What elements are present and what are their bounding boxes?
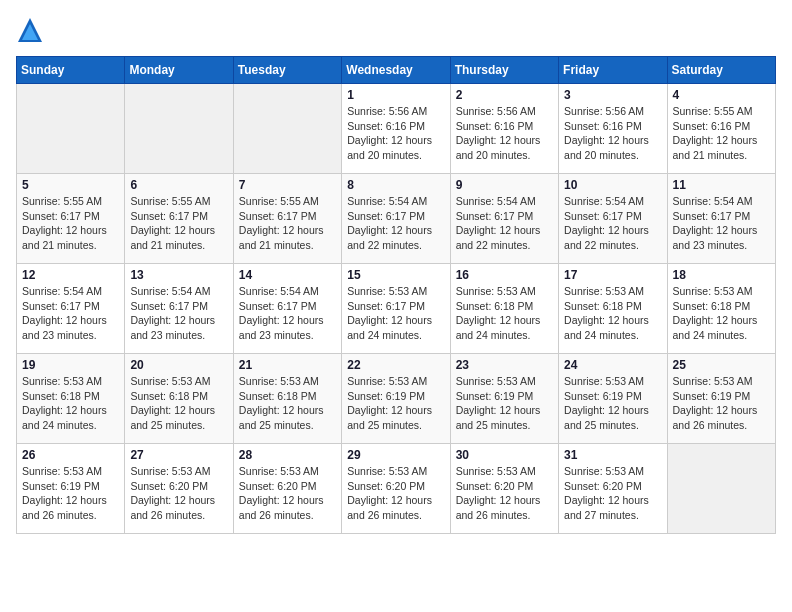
calendar-cell: 7Sunrise: 5:55 AM Sunset: 6:17 PM Daylig…: [233, 174, 341, 264]
calendar-cell: 6Sunrise: 5:55 AM Sunset: 6:17 PM Daylig…: [125, 174, 233, 264]
calendar-cell: 1Sunrise: 5:56 AM Sunset: 6:16 PM Daylig…: [342, 84, 450, 174]
logo-icon: [16, 16, 44, 44]
calendar-cell: 14Sunrise: 5:54 AM Sunset: 6:17 PM Dayli…: [233, 264, 341, 354]
day-detail: Sunrise: 5:53 AM Sunset: 6:18 PM Dayligh…: [130, 374, 227, 433]
calendar-week-5: 26Sunrise: 5:53 AM Sunset: 6:19 PM Dayli…: [17, 444, 776, 534]
calendar-cell: [17, 84, 125, 174]
calendar-week-3: 12Sunrise: 5:54 AM Sunset: 6:17 PM Dayli…: [17, 264, 776, 354]
calendar-cell: 26Sunrise: 5:53 AM Sunset: 6:19 PM Dayli…: [17, 444, 125, 534]
day-detail: Sunrise: 5:54 AM Sunset: 6:17 PM Dayligh…: [130, 284, 227, 343]
calendar-cell: 16Sunrise: 5:53 AM Sunset: 6:18 PM Dayli…: [450, 264, 558, 354]
calendar-cell: 10Sunrise: 5:54 AM Sunset: 6:17 PM Dayli…: [559, 174, 667, 264]
day-header-friday: Friday: [559, 57, 667, 84]
day-number: 14: [239, 268, 336, 282]
day-detail: Sunrise: 5:53 AM Sunset: 6:17 PM Dayligh…: [347, 284, 444, 343]
day-detail: Sunrise: 5:55 AM Sunset: 6:16 PM Dayligh…: [673, 104, 770, 163]
calendar-header: SundayMondayTuesdayWednesdayThursdayFrid…: [17, 57, 776, 84]
day-detail: Sunrise: 5:55 AM Sunset: 6:17 PM Dayligh…: [239, 194, 336, 253]
calendar-body: 1Sunrise: 5:56 AM Sunset: 6:16 PM Daylig…: [17, 84, 776, 534]
day-number: 9: [456, 178, 553, 192]
day-detail: Sunrise: 5:53 AM Sunset: 6:18 PM Dayligh…: [564, 284, 661, 343]
calendar-cell: 12Sunrise: 5:54 AM Sunset: 6:17 PM Dayli…: [17, 264, 125, 354]
calendar-cell: 18Sunrise: 5:53 AM Sunset: 6:18 PM Dayli…: [667, 264, 775, 354]
calendar-cell: 11Sunrise: 5:54 AM Sunset: 6:17 PM Dayli…: [667, 174, 775, 264]
day-number: 8: [347, 178, 444, 192]
days-header-row: SundayMondayTuesdayWednesdayThursdayFrid…: [17, 57, 776, 84]
day-detail: Sunrise: 5:53 AM Sunset: 6:20 PM Dayligh…: [456, 464, 553, 523]
calendar-week-4: 19Sunrise: 5:53 AM Sunset: 6:18 PM Dayli…: [17, 354, 776, 444]
day-number: 4: [673, 88, 770, 102]
calendar-cell: 9Sunrise: 5:54 AM Sunset: 6:17 PM Daylig…: [450, 174, 558, 264]
day-detail: Sunrise: 5:53 AM Sunset: 6:19 PM Dayligh…: [347, 374, 444, 433]
calendar-cell: [233, 84, 341, 174]
calendar-cell: 4Sunrise: 5:55 AM Sunset: 6:16 PM Daylig…: [667, 84, 775, 174]
calendar-cell: [125, 84, 233, 174]
day-number: 16: [456, 268, 553, 282]
day-detail: Sunrise: 5:54 AM Sunset: 6:17 PM Dayligh…: [564, 194, 661, 253]
day-number: 20: [130, 358, 227, 372]
day-detail: Sunrise: 5:54 AM Sunset: 6:17 PM Dayligh…: [347, 194, 444, 253]
day-number: 3: [564, 88, 661, 102]
calendar-cell: 29Sunrise: 5:53 AM Sunset: 6:20 PM Dayli…: [342, 444, 450, 534]
day-number: 22: [347, 358, 444, 372]
day-detail: Sunrise: 5:54 AM Sunset: 6:17 PM Dayligh…: [239, 284, 336, 343]
calendar-cell: 5Sunrise: 5:55 AM Sunset: 6:17 PM Daylig…: [17, 174, 125, 264]
calendar-cell: 22Sunrise: 5:53 AM Sunset: 6:19 PM Dayli…: [342, 354, 450, 444]
day-number: 19: [22, 358, 119, 372]
day-number: 15: [347, 268, 444, 282]
calendar-cell: [667, 444, 775, 534]
day-detail: Sunrise: 5:54 AM Sunset: 6:17 PM Dayligh…: [673, 194, 770, 253]
day-detail: Sunrise: 5:55 AM Sunset: 6:17 PM Dayligh…: [22, 194, 119, 253]
day-detail: Sunrise: 5:53 AM Sunset: 6:19 PM Dayligh…: [564, 374, 661, 433]
day-number: 2: [456, 88, 553, 102]
page-header: [16, 16, 776, 44]
day-header-saturday: Saturday: [667, 57, 775, 84]
day-detail: Sunrise: 5:54 AM Sunset: 6:17 PM Dayligh…: [22, 284, 119, 343]
calendar-cell: 30Sunrise: 5:53 AM Sunset: 6:20 PM Dayli…: [450, 444, 558, 534]
day-number: 28: [239, 448, 336, 462]
day-header-wednesday: Wednesday: [342, 57, 450, 84]
calendar-cell: 28Sunrise: 5:53 AM Sunset: 6:20 PM Dayli…: [233, 444, 341, 534]
day-header-monday: Monday: [125, 57, 233, 84]
day-number: 7: [239, 178, 336, 192]
calendar-cell: 19Sunrise: 5:53 AM Sunset: 6:18 PM Dayli…: [17, 354, 125, 444]
day-number: 23: [456, 358, 553, 372]
day-header-thursday: Thursday: [450, 57, 558, 84]
calendar-table: SundayMondayTuesdayWednesdayThursdayFrid…: [16, 56, 776, 534]
day-detail: Sunrise: 5:53 AM Sunset: 6:20 PM Dayligh…: [130, 464, 227, 523]
day-number: 31: [564, 448, 661, 462]
calendar-cell: 17Sunrise: 5:53 AM Sunset: 6:18 PM Dayli…: [559, 264, 667, 354]
day-detail: Sunrise: 5:53 AM Sunset: 6:18 PM Dayligh…: [456, 284, 553, 343]
day-number: 13: [130, 268, 227, 282]
day-number: 11: [673, 178, 770, 192]
calendar-cell: 20Sunrise: 5:53 AM Sunset: 6:18 PM Dayli…: [125, 354, 233, 444]
calendar-cell: 15Sunrise: 5:53 AM Sunset: 6:17 PM Dayli…: [342, 264, 450, 354]
day-number: 1: [347, 88, 444, 102]
day-detail: Sunrise: 5:53 AM Sunset: 6:19 PM Dayligh…: [673, 374, 770, 433]
day-detail: Sunrise: 5:53 AM Sunset: 6:19 PM Dayligh…: [22, 464, 119, 523]
calendar-cell: 3Sunrise: 5:56 AM Sunset: 6:16 PM Daylig…: [559, 84, 667, 174]
calendar-cell: 21Sunrise: 5:53 AM Sunset: 6:18 PM Dayli…: [233, 354, 341, 444]
day-number: 17: [564, 268, 661, 282]
day-number: 26: [22, 448, 119, 462]
day-number: 30: [456, 448, 553, 462]
day-detail: Sunrise: 5:56 AM Sunset: 6:16 PM Dayligh…: [347, 104, 444, 163]
day-detail: Sunrise: 5:54 AM Sunset: 6:17 PM Dayligh…: [456, 194, 553, 253]
day-detail: Sunrise: 5:53 AM Sunset: 6:19 PM Dayligh…: [456, 374, 553, 433]
calendar-cell: 8Sunrise: 5:54 AM Sunset: 6:17 PM Daylig…: [342, 174, 450, 264]
calendar-cell: 2Sunrise: 5:56 AM Sunset: 6:16 PM Daylig…: [450, 84, 558, 174]
calendar-cell: 25Sunrise: 5:53 AM Sunset: 6:19 PM Dayli…: [667, 354, 775, 444]
day-number: 10: [564, 178, 661, 192]
calendar-cell: 23Sunrise: 5:53 AM Sunset: 6:19 PM Dayli…: [450, 354, 558, 444]
day-number: 6: [130, 178, 227, 192]
day-number: 27: [130, 448, 227, 462]
day-detail: Sunrise: 5:53 AM Sunset: 6:20 PM Dayligh…: [347, 464, 444, 523]
day-number: 18: [673, 268, 770, 282]
day-detail: Sunrise: 5:56 AM Sunset: 6:16 PM Dayligh…: [564, 104, 661, 163]
day-number: 5: [22, 178, 119, 192]
calendar-cell: 24Sunrise: 5:53 AM Sunset: 6:19 PM Dayli…: [559, 354, 667, 444]
day-header-sunday: Sunday: [17, 57, 125, 84]
day-detail: Sunrise: 5:53 AM Sunset: 6:18 PM Dayligh…: [673, 284, 770, 343]
calendar-cell: 13Sunrise: 5:54 AM Sunset: 6:17 PM Dayli…: [125, 264, 233, 354]
calendar-week-1: 1Sunrise: 5:56 AM Sunset: 6:16 PM Daylig…: [17, 84, 776, 174]
